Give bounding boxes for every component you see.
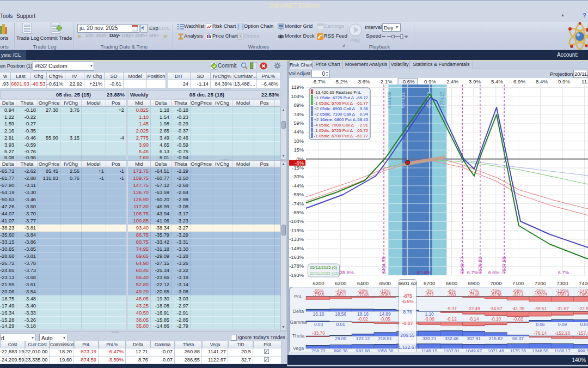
svg-text:44%: 44%: [293, 129, 304, 135]
svg-text:6800: 6800: [446, 280, 457, 286]
svg-text:89%: 89%: [293, 102, 304, 108]
svg-text:PnL: PnL: [294, 294, 303, 299]
svg-text:Vega: Vega: [293, 346, 304, 351]
svg-text:7037.58: 7037.58: [501, 257, 507, 274]
svg-text:0.06: 0.06: [536, 322, 545, 327]
svg-text:-6.7%: -6.7%: [311, 79, 326, 85]
svg-text:104%: 104%: [291, 94, 304, 99]
svg-text:74%: 74%: [293, 112, 304, 117]
svg-text:6494.76: 6494.76: [381, 257, 387, 274]
svg-text:-0.02: -0.02: [513, 316, 523, 322]
svg-text:6929.02: 6929.02: [477, 257, 483, 274]
svg-text:18.56: 18.56: [335, 311, 346, 317]
svg-text:-0.14: -0.14: [469, 316, 479, 322]
svg-text:7000: 7000: [490, 280, 501, 286]
svg-text:6.6%: 6.6%: [488, 270, 500, 275]
svg-text:-119%: -119%: [290, 228, 304, 233]
svg-text:6.7%: 6.7%: [467, 270, 479, 275]
svg-text:14.69: 14.69: [379, 311, 391, 317]
svg-text:-76.14: -76.14: [534, 330, 547, 336]
svg-text:+2 05dic. 7100 Call Δ: +2 05dic. 7100 Call Δ: [314, 112, 356, 117]
svg-text:-2340: -2340: [468, 292, 480, 298]
svg-text:0.09: 0.09: [558, 322, 567, 327]
svg-text:-41.35: -41.35: [512, 306, 525, 311]
svg-text:-22.49: -22.49: [467, 306, 480, 311]
svg-text:123.12: 123.12: [356, 336, 370, 341]
svg-text:66.07: 66.07: [512, 336, 524, 341]
svg-text:-65.72: -65.72: [356, 128, 368, 133]
svg-text:-1 05dic. 6725 Put Δ: -1 05dic. 6725 Put Δ: [314, 128, 353, 133]
svg-text:-104%: -104%: [289, 219, 304, 224]
svg-text:6700: 6700: [424, 280, 435, 286]
svg-text:-59%: -59%: [292, 192, 304, 197]
svg-text:218.81: 218.81: [378, 336, 393, 341]
svg-text:42.4%: 42.4%: [416, 270, 431, 275]
svg-text:-61.77: -61.77: [356, 134, 368, 138]
svg-text:1.10: 1.10: [425, 311, 434, 317]
svg-text:-0.02: -0.02: [358, 316, 368, 322]
svg-text:-19521: -19521: [578, 292, 588, 298]
svg-text:6848.77: 6848.77: [460, 257, 465, 274]
svg-text:-178%: -178%: [289, 263, 304, 269]
svg-text:-22.54: -22.54: [578, 306, 588, 311]
svg-text:-372: -372: [425, 292, 434, 298]
svg-text:Gamma: Gamma: [290, 319, 307, 325]
svg-text:6510.05: 6510.05: [387, 92, 392, 108]
svg-text:-4 05dic. 7000 Call Δ: -4 05dic. 7000 Call Δ: [314, 123, 354, 128]
svg-text:-16814: -16814: [555, 292, 569, 298]
svg-text:16.16: 16.16: [313, 311, 324, 317]
svg-text:320.21: 320.21: [422, 336, 437, 341]
svg-text:+1 05dic. 6725 Put Δ: +1 05dic. 6725 Put Δ: [314, 95, 354, 100]
svg-text:-3.6%: -3.6%: [356, 79, 370, 85]
svg-text:-65.72: -65.72: [356, 95, 368, 100]
svg-text:-44%: -44%: [292, 183, 304, 189]
svg-text:35.6%: 35.6%: [340, 270, 354, 275]
svg-text:-3748: -3748: [357, 292, 369, 298]
svg-text:-0.10: -0.10: [491, 316, 501, 322]
svg-text:119%: 119%: [291, 85, 304, 90]
svg-text:-0.12: -0.12: [446, 316, 457, 322]
svg-text:11.4: 11.4: [581, 79, 588, 85]
svg-text:6300: 6300: [335, 280, 346, 286]
svg-text:-9114: -9114: [512, 292, 524, 298]
svg-text:-1 05dic. 6700 Put Δ: -1 05dic. 6700 Put Δ: [314, 101, 353, 106]
svg-text:7200: 7200: [535, 280, 546, 286]
svg-text:-5611: -5611: [335, 292, 346, 298]
svg-text:-9.37: -9.37: [446, 306, 457, 311]
svg-text:6200: 6200: [313, 280, 324, 286]
svg-text:332.46: 332.46: [445, 336, 459, 341]
svg-text:-152.18: -152.18: [555, 330, 571, 336]
svg-text:+2 05dic. 6900 Call Δ: +2 05dic. 6900 Call Δ: [314, 106, 356, 111]
svg-text:5.4%: 5.4%: [491, 79, 503, 85]
svg-text:6500: 6500: [379, 280, 391, 286]
svg-text:0.03: 0.03: [314, 322, 323, 327]
svg-text:-133%: -133%: [289, 237, 304, 242]
svg-text:15%: 15%: [293, 147, 304, 153]
svg-text:59%: 59%: [293, 120, 304, 126]
svg-text:-7365: -7365: [313, 292, 324, 298]
svg-text:-74%: -74%: [292, 201, 304, 207]
svg-text:-15%: -15%: [292, 165, 304, 171]
svg-text:0.94: 0.94: [360, 112, 369, 117]
svg-text:-30%: -30%: [292, 174, 304, 179]
svg-text:8.7%: 8.7%: [558, 270, 569, 275]
svg-text:Theta: Theta: [292, 333, 305, 339]
svg-text:05/12/2025 (0): 05/12/2025 (0): [310, 265, 337, 270]
svg-text:7100: 7100: [512, 280, 524, 286]
svg-text:-1 05dic. 6700 Put Δ: -1 05dic. 6700 Put Δ: [314, 134, 353, 138]
svg-text:+2 16ene. 6800 Put Δ: +2 16ene. 6800 Put Δ: [314, 117, 356, 122]
svg-text:-157.46: -157.46: [577, 330, 588, 336]
svg-text:-58.43: -58.43: [356, 117, 369, 122]
svg-text:-33.70: -33.70: [312, 330, 325, 336]
svg-text:-5.2%: -5.2%: [334, 79, 348, 85]
svg-text:215.62: 215.62: [489, 336, 503, 341]
svg-text:0.9%: 0.9%: [424, 79, 436, 85]
svg-text:7400: 7400: [579, 280, 588, 286]
svg-text:9.36: 9.36: [360, 106, 369, 111]
svg-text:30%: 30%: [293, 138, 304, 144]
svg-text:-0.09: -0.09: [424, 316, 434, 322]
svg-text:-0.6%: -0.6%: [401, 79, 415, 85]
svg-text:-13,420.69 Realized PnL: -13,420.69 Realized PnL: [314, 90, 362, 95]
svg-text:-2083: -2083: [379, 292, 391, 298]
svg-text:-31.67: -31.67: [556, 306, 569, 311]
